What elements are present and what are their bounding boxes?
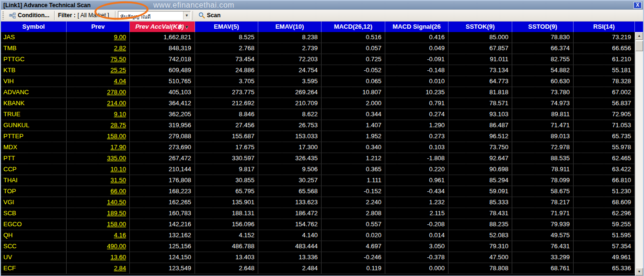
value-cell: 154.762: [258, 219, 322, 230]
prev-link[interactable]: 214.00: [67, 98, 130, 109]
prev-link[interactable]: 189.50: [67, 208, 130, 219]
prev-link[interactable]: 158.00: [67, 131, 130, 142]
column-header-label: MACD Signal(26: [392, 23, 440, 30]
scroll-up-icon[interactable]: ▲: [635, 32, 643, 40]
symbol-cell[interactable]: PTTEP: [1, 131, 67, 142]
column-header-prev[interactable]: Prev: [67, 22, 130, 32]
value-cell: 64.773: [448, 76, 512, 87]
prev-link[interactable]: 25.25: [67, 65, 130, 76]
column-header-emav-10[interactable]: EMAV(10): [258, 22, 322, 32]
column-header-rsi-14[interactable]: RSI(14): [574, 22, 635, 32]
symbol-cell[interactable]: THAI: [1, 175, 67, 186]
value-cell: 52.083: [448, 230, 512, 241]
prev-link[interactable]: 66.00: [67, 186, 130, 197]
prev-link[interactable]: 335.00: [67, 153, 130, 164]
prev-link[interactable]: 490.00: [67, 241, 130, 252]
symbol-cell[interactable]: SCC: [1, 241, 67, 252]
prev-link[interactable]: 17.90: [67, 142, 130, 153]
scrollbar-thumb[interactable]: [635, 41, 643, 51]
value-cell: 2.808: [322, 208, 385, 219]
condition-button[interactable]: Condition...: [6, 11, 52, 20]
column-header-emav-5[interactable]: EMAV(5): [195, 22, 258, 32]
symbol-cell[interactable]: PTT: [1, 153, 67, 164]
value-cell: 0.049: [385, 43, 448, 54]
prev-link[interactable]: 9.10: [67, 109, 130, 120]
symbol-cell[interactable]: SCB: [1, 208, 67, 219]
prev-link[interactable]: 2.84: [67, 263, 130, 274]
value-cell: -1.808: [385, 153, 448, 164]
symbol-cell[interactable]: PTTGC: [1, 54, 67, 65]
chevron-down-icon[interactable]: ▼: [183, 11, 190, 20]
prev-link[interactable]: 28.75: [67, 120, 130, 131]
value-cell: 8.238: [258, 32, 322, 43]
prev-link[interactable]: 31.50: [67, 175, 130, 186]
prev-link[interactable]: 13.60: [67, 252, 130, 263]
value-cell: 279,088: [130, 131, 195, 142]
value-cell: 17.300: [258, 142, 322, 153]
symbol-cell[interactable]: VIH: [1, 76, 67, 87]
value-cell: 49.575: [512, 230, 574, 241]
symbol-cell[interactable]: GUNKUL: [1, 120, 67, 131]
column-header-sstod-9[interactable]: SSTOD(9): [512, 22, 574, 32]
toolbar-separator: [115, 11, 116, 20]
prev-link[interactable]: 4.04: [67, 76, 130, 87]
value-cell: 0.103: [385, 142, 448, 153]
window-title: [Link1] Advance Technical Scan: [1, 2, 91, 9]
value-cell: 93.103: [448, 109, 512, 120]
value-cell: 176,808: [130, 175, 195, 186]
close-button[interactable]: X: [633, 2, 642, 9]
value-cell: 3.050: [385, 241, 448, 252]
prev-link[interactable]: 4.16: [67, 230, 130, 241]
column-header-sstok-9[interactable]: SSTOK(9): [448, 22, 512, 32]
symbol-cell[interactable]: QH: [1, 230, 67, 241]
column-header-macd-26-12[interactable]: MACD(26,12): [322, 22, 385, 32]
value-cell: 78.099: [512, 175, 574, 186]
column-header-symbol[interactable]: Symbol: [1, 22, 67, 32]
symbol-cell[interactable]: CCP: [1, 164, 67, 175]
column-header-label: Prev: [91, 23, 104, 30]
value-cell: 63.422: [574, 164, 635, 175]
value-cell: 8.525: [195, 32, 258, 43]
prev-link[interactable]: 140.50: [67, 197, 130, 208]
prev-link[interactable]: 158.00: [67, 219, 130, 230]
scroll-down-icon[interactable]: ▼: [635, 268, 643, 276]
table-row: ECF2.84123,5492.6482.4840.1190.00078.808…: [1, 263, 635, 274]
value-cell: 135.901: [195, 197, 258, 208]
value-cell: 267,472: [130, 153, 195, 164]
prev-link[interactable]: 278.00: [67, 87, 130, 98]
advance-technical-scan-window: [Link1] Advance Technical Scan www.efina…: [0, 0, 644, 276]
scan-button[interactable]: Scan: [196, 11, 224, 20]
magnifier-icon: [198, 12, 205, 19]
symbol-cell[interactable]: TOP: [1, 186, 67, 197]
symbol-cell[interactable]: KBANK: [1, 98, 67, 109]
symbol-cell[interactable]: ADVANC: [1, 87, 67, 98]
value-cell: 71.471: [512, 120, 574, 131]
vertical-scrollbar[interactable]: ▲ ▼: [635, 32, 643, 276]
value-cell: 8.622: [258, 109, 322, 120]
value-cell: 162,265: [130, 197, 195, 208]
symbol-cell[interactable]: EGCO: [1, 219, 67, 230]
prev-link[interactable]: 75.50: [67, 54, 130, 65]
symbol-cell[interactable]: TMB: [1, 43, 67, 54]
symbol-cell[interactable]: JAS: [1, 32, 67, 43]
scan-strategy-dropdown[interactable]: หุ้นสัญญาณดี ▼: [118, 11, 191, 20]
column-header-label: SSTOK(9): [466, 23, 494, 30]
prev-link[interactable]: 10.10: [67, 164, 130, 175]
symbol-cell[interactable]: UV: [1, 252, 67, 263]
symbol-cell[interactable]: TRUE: [1, 109, 67, 120]
value-cell: 0.014: [385, 230, 448, 241]
toolbar-grip[interactable]: [2, 11, 4, 20]
table-row: MDX17.90273,69017.67517.3000.3400.10373.…: [1, 142, 635, 153]
symbol-cell[interactable]: KTB: [1, 65, 67, 76]
value-cell: 33.299: [512, 252, 574, 263]
symbol-cell[interactable]: VGI: [1, 197, 67, 208]
column-header-prev-accval-k[interactable]: Prev AccVal(K฿)▼: [130, 22, 195, 32]
value-cell: 210,144: [130, 164, 195, 175]
prev-link[interactable]: 2.82: [67, 43, 130, 54]
symbol-cell[interactable]: MDX: [1, 142, 67, 153]
table-row: ADVANC278.00405,103273.775269.26410.8071…: [1, 87, 635, 98]
symbol-cell[interactable]: ECF: [1, 263, 67, 274]
prev-link[interactable]: 9.00: [67, 32, 130, 43]
column-header-macd-signal-26[interactable]: MACD Signal(26: [385, 22, 448, 32]
table-header: SymbolPrevPrev AccVal(K฿)▼EMAV(5)EMAV(10…: [1, 22, 643, 32]
